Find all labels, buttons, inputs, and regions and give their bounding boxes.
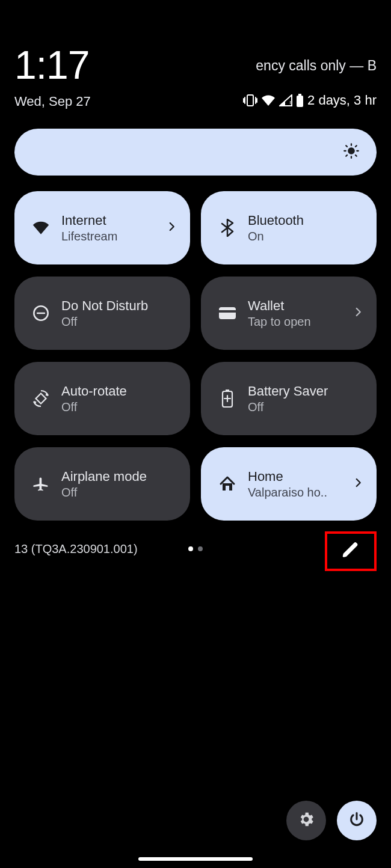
battery-icon bbox=[296, 94, 304, 107]
tile-home[interactable]: Home Valparaiso ho.. bbox=[201, 447, 377, 521]
wifi-icon bbox=[261, 94, 276, 106]
tile-title: Airplane mode bbox=[61, 469, 177, 484]
svg-rect-0 bbox=[247, 95, 253, 106]
battery-estimate: 2 days, 3 hr bbox=[307, 93, 377, 108]
date-label: Wed, Sep 27 bbox=[14, 94, 91, 109]
nav-handle[interactable] bbox=[138, 857, 253, 861]
svg-rect-11 bbox=[226, 486, 229, 491]
page-dot bbox=[188, 546, 193, 551]
highlight-box bbox=[325, 531, 377, 571]
bluetooth-icon bbox=[214, 219, 241, 237]
tile-subtitle: Off bbox=[61, 486, 177, 500]
edit-button[interactable] bbox=[341, 540, 360, 562]
autorotate-icon bbox=[28, 390, 54, 408]
airplane-icon bbox=[28, 475, 54, 493]
tile-internet[interactable]: Internet Lifestream bbox=[14, 191, 190, 264]
status-icons: ! 2 days, 3 hr bbox=[243, 93, 377, 108]
svg-rect-2 bbox=[298, 94, 301, 96]
tile-title: Wallet bbox=[248, 298, 350, 314]
svg-rect-7 bbox=[219, 310, 236, 313]
svg-text:!: ! bbox=[289, 100, 291, 106]
tile-subtitle: Off bbox=[248, 400, 363, 414]
tile-title: Internet bbox=[61, 213, 164, 228]
svg-point-4 bbox=[348, 147, 355, 154]
tile-bluetooth[interactable]: Bluetooth On bbox=[201, 191, 377, 264]
build-label: 13 (TQ3A.230901.001) bbox=[14, 542, 138, 556]
page-dot bbox=[198, 546, 203, 551]
tile-wallet[interactable]: Wallet Tap to open bbox=[201, 277, 377, 350]
svg-rect-6 bbox=[219, 307, 236, 319]
tile-batterysaver[interactable]: Battery Saver Off bbox=[201, 362, 377, 435]
battery-saver-icon bbox=[214, 390, 241, 408]
tile-subtitle: Lifestream bbox=[61, 230, 164, 243]
dnd-icon bbox=[28, 305, 54, 322]
tile-subtitle: Tap to open bbox=[248, 315, 350, 329]
tile-dnd[interactable]: Do Not Disturb Off bbox=[14, 277, 190, 350]
settings-button[interactable] bbox=[286, 801, 326, 840]
chevron-right-icon bbox=[166, 221, 177, 234]
tile-subtitle: Off bbox=[61, 315, 177, 329]
tile-subtitle: Valparaiso ho.. bbox=[248, 486, 350, 500]
tile-subtitle: On bbox=[248, 230, 363, 243]
tile-autorotate[interactable]: Auto-rotate Off bbox=[14, 362, 190, 435]
home-icon bbox=[214, 475, 241, 492]
vibrate-icon bbox=[243, 94, 257, 107]
tile-title: Do Not Disturb bbox=[61, 298, 177, 314]
gear-icon bbox=[297, 810, 315, 831]
tile-title: Battery Saver bbox=[248, 384, 363, 399]
svg-rect-8 bbox=[36, 394, 46, 404]
tile-title: Auto-rotate bbox=[61, 384, 177, 399]
brightness-slider[interactable] bbox=[14, 129, 377, 176]
power-icon bbox=[348, 811, 365, 830]
carrier-text: ency calls only — B bbox=[256, 58, 377, 74]
svg-rect-3 bbox=[297, 96, 303, 107]
power-button[interactable] bbox=[337, 801, 377, 840]
chevron-right-icon bbox=[353, 477, 363, 491]
page-indicator bbox=[188, 546, 203, 551]
clock: 1:17 bbox=[14, 42, 89, 88]
tile-subtitle: Off bbox=[61, 400, 177, 414]
wallet-icon bbox=[214, 307, 241, 320]
brightness-icon bbox=[343, 142, 360, 162]
tile-title: Home bbox=[248, 469, 350, 484]
tile-airplane[interactable]: Airplane mode Off bbox=[14, 447, 190, 521]
wifi-icon bbox=[28, 221, 54, 235]
signal-icon: ! bbox=[279, 94, 292, 106]
chevron-right-icon bbox=[353, 307, 363, 320]
tile-title: Bluetooth bbox=[248, 213, 363, 228]
